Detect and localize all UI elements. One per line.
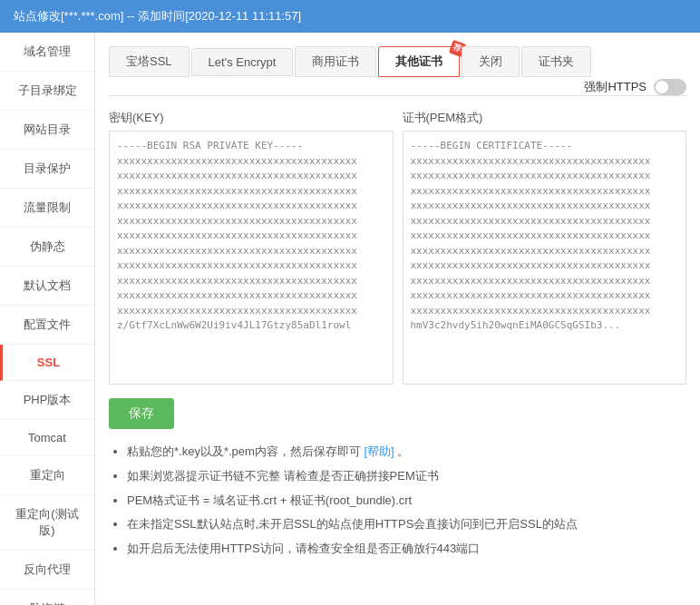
sidebar-item-dir-protect[interactable]: 目录保护 [0, 150, 94, 189]
sidebar: 域名管理 子目录绑定 网站目录 目录保护 流量限制 伪静态 默认文档 配置文件 … [0, 33, 95, 605]
tab-commercial-cert[interactable]: 商用证书 [295, 46, 376, 77]
force-https-toggle[interactable] [654, 79, 686, 95]
tab-cert-folder[interactable]: 证书夹 [521, 46, 591, 77]
key-label: 密钥(KEY) [109, 110, 394, 126]
tip-item: PEM格式证书 = 域名证书.crt + 根证书(root_bundle).cr… [127, 492, 686, 511]
tab-baota-ssl[interactable]: 宝塔SSL [109, 46, 190, 77]
sidebar-item-domain[interactable]: 域名管理 [0, 33, 94, 72]
cert-textarea[interactable]: -----BEGIN CERTIFICATE----- xxxxxxxxxxxx… [403, 132, 686, 384]
content-area: 宝塔SSL Let's Encrypt 商用证书 其他证书 荐 关闭 证书夹 强… [95, 33, 700, 605]
sidebar-item-website-dir[interactable]: 网站目录 [0, 111, 94, 150]
force-https-section: 强制HTTPS [584, 79, 686, 95]
tip-item: 如开启后无法使用HTTPS访问，请检查安全组是否正确放行443端口 [127, 540, 686, 559]
tab-other-cert[interactable]: 其他证书 荐 [378, 46, 460, 77]
save-button[interactable]: 保存 [109, 398, 174, 429]
tip-item: 在未指定SSL默认站点时,未开启SSL的站点使用HTTPS会直接访问到已开启SS… [127, 515, 686, 534]
force-https-label: 强制HTTPS [584, 79, 647, 95]
tabs-container: 宝塔SSL Let's Encrypt 商用证书 其他证书 荐 关闭 证书夹 强… [109, 46, 686, 96]
tips-list: 粘贴您的*.key以及*.pem内容，然后保存即可 [帮助] 。 如果浏览器提示… [109, 443, 686, 559]
sidebar-item-anti-leech[interactable]: 防盗链 [0, 590, 94, 605]
sidebar-item-subdir[interactable]: 子目录绑定 [0, 72, 94, 111]
key-col: 密钥(KEY) -----BEGIN RSA PRIVATE KEY----- … [109, 110, 394, 385]
sidebar-item-php-version[interactable]: PHP版本 [0, 381, 94, 420]
page-header: 站点修改[***.***.com] -- 添加时间[2020-12-11 11:… [0, 0, 700, 33]
help-link[interactable]: [帮助] [365, 444, 394, 458]
sidebar-item-config-file[interactable]: 配置文件 [0, 306, 94, 345]
sidebar-item-default-doc[interactable]: 默认文档 [0, 267, 94, 306]
cert-label: 证书(PEM格式) [403, 110, 687, 126]
tip-item: 如果浏览器提示证书链不完整 请检查是否正确拼接PEM证书 [127, 467, 686, 486]
sidebar-item-redirect[interactable]: 重定向 [0, 456, 94, 495]
tab-close[interactable]: 关闭 [462, 46, 520, 77]
page-title: 站点修改[***.***.com] -- 添加时间[2020-12-11 11:… [14, 8, 301, 24]
sidebar-item-ssl[interactable]: SSL [0, 345, 94, 381]
cert-input-section: 密钥(KEY) -----BEGIN RSA PRIVATE KEY----- … [109, 110, 686, 385]
key-textarea[interactable]: -----BEGIN RSA PRIVATE KEY----- xxxxxxxx… [110, 132, 393, 384]
sidebar-item-pseudo-static[interactable]: 伪静态 [0, 228, 94, 267]
tip-item: 粘贴您的*.key以及*.pem内容，然后保存即可 [帮助] 。 [127, 443, 686, 462]
cert-col: 证书(PEM格式) -----BEGIN CERTIFICATE----- xx… [403, 110, 687, 385]
sidebar-item-tomcat[interactable]: Tomcat [0, 420, 94, 456]
tab-lets-encrypt[interactable]: Let's Encrypt [191, 48, 294, 76]
sidebar-item-traffic-limit[interactable]: 流量限制 [0, 189, 94, 228]
main-container: 域名管理 子目录绑定 网站目录 目录保护 流量限制 伪静态 默认文档 配置文件 … [0, 33, 700, 605]
sidebar-item-redirect-test[interactable]: 重定向(测试版) [0, 495, 94, 551]
sidebar-item-reverse-proxy[interactable]: 反向代理 [0, 551, 94, 590]
